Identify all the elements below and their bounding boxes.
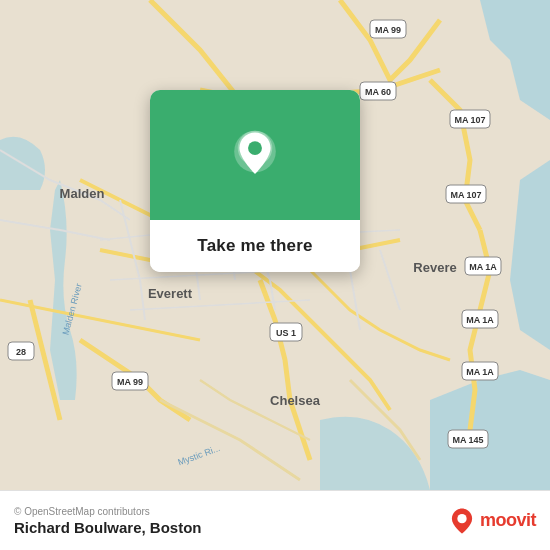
- svg-text:MA 107: MA 107: [454, 115, 485, 125]
- moovit-logo: moovit: [448, 507, 536, 535]
- take-me-there-button[interactable]: Take me there: [150, 220, 360, 272]
- svg-text:Malden: Malden: [60, 186, 105, 201]
- bottom-bar: © OpenStreetMap contributors Richard Bou…: [0, 490, 550, 550]
- moovit-text: moovit: [480, 510, 536, 531]
- moovit-pin-icon: [448, 507, 476, 535]
- svg-text:MA 1A: MA 1A: [466, 367, 494, 377]
- svg-text:MA 145: MA 145: [452, 435, 483, 445]
- map-container: MA 99 MA 60 MA 60 MA 107 MA 107 MA 1A MA…: [0, 0, 550, 490]
- popup-card: Take me there: [150, 90, 360, 272]
- svg-text:MA 1A: MA 1A: [466, 315, 494, 325]
- bottom-info: © OpenStreetMap contributors Richard Bou…: [14, 506, 448, 536]
- svg-text:US 1: US 1: [276, 328, 296, 338]
- svg-text:MA 1A: MA 1A: [469, 262, 497, 272]
- popup-green-area: [150, 90, 360, 220]
- svg-point-34: [457, 514, 466, 523]
- osm-credit: © OpenStreetMap contributors: [14, 506, 448, 517]
- svg-text:MA 60: MA 60: [365, 87, 391, 97]
- svg-text:Chelsea: Chelsea: [270, 393, 321, 408]
- location-pin-icon: [229, 129, 281, 181]
- svg-text:Revere: Revere: [413, 260, 456, 275]
- svg-text:MA 99: MA 99: [117, 377, 143, 387]
- location-label: Richard Boulware, Boston: [14, 519, 448, 536]
- svg-text:MA 99: MA 99: [375, 25, 401, 35]
- svg-point-33: [248, 141, 262, 155]
- svg-text:28: 28: [16, 347, 26, 357]
- svg-text:Everett: Everett: [148, 286, 193, 301]
- svg-text:MA 107: MA 107: [450, 190, 481, 200]
